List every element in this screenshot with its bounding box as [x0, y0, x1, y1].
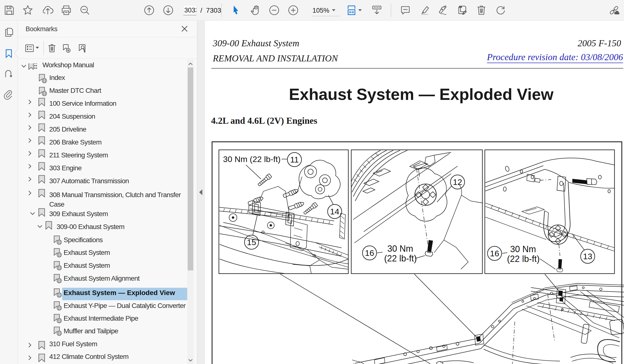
svg-text:16: 16 — [365, 248, 374, 258]
svg-text:16: 16 — [490, 249, 499, 258]
svg-text:12: 12 — [453, 177, 462, 187]
svg-text:30 Nm: 30 Nm — [510, 244, 536, 254]
svg-text:30 Nm: 30 Nm — [387, 244, 413, 254]
svg-text:13: 13 — [583, 252, 592, 261]
svg-text:14: 14 — [330, 207, 339, 216]
svg-text:30 Nm (22 lb-ft): 30 Nm (22 lb-ft) — [223, 154, 281, 164]
svg-text:(22 lb-ft): (22 lb-ft) — [507, 254, 540, 264]
svg-text:(22 lb-ft): (22 lb-ft) — [384, 253, 417, 263]
svg-text:11: 11 — [290, 155, 299, 164]
